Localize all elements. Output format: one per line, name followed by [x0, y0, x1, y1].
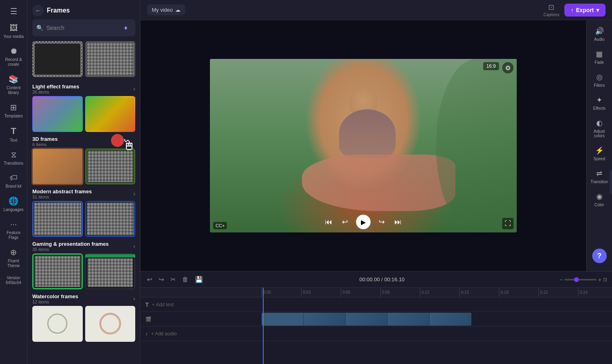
watercolor-count: 12 items	[32, 299, 78, 304]
light-frame-thumb-2[interactable]	[85, 96, 136, 132]
right-item-adjust-colors[interactable]: ◐ Adjustcolors	[588, 115, 611, 141]
light-frame-thumb-1[interactable]	[32, 96, 83, 132]
sidebar-item-transitions[interactable]: ⧖ Transitions	[2, 147, 26, 169]
settings-button[interactable]: ⚙	[502, 62, 513, 73]
preview-thumb-2[interactable]	[85, 41, 136, 77]
sidebar-item-templates[interactable]: ⊞ Templates	[2, 99, 26, 122]
zoom-slider[interactable]	[564, 279, 597, 280]
frames-panel: ← Frames 🔍 ♦ Light effect frames 26 item…	[27, 0, 140, 364]
fluent-theme-icon: ⊕	[10, 247, 17, 257]
redo-button[interactable]: ↪	[157, 274, 166, 285]
media-icon: 🖼	[10, 23, 18, 33]
project-tab[interactable]: My video ☁	[147, 4, 185, 15]
right-item-effects[interactable]: ✦ Effects	[588, 92, 611, 114]
text-track-content	[262, 297, 612, 312]
panel-title: Frames	[47, 7, 70, 14]
video-frame: CC+ ⚙ 16:9 ⛶ ⏮ ↩ ▶ ↪ ⏭	[210, 59, 517, 232]
right-item-transition[interactable]: ⇌ Transition	[588, 166, 611, 187]
fade-icon: ▦	[596, 50, 603, 59]
skip-back-button[interactable]: ⏮	[323, 216, 334, 228]
fluent-theme-label: FluentTheme	[7, 259, 20, 268]
cut-button[interactable]: ✂	[169, 274, 177, 285]
diamond-filter-button[interactable]: ♦	[120, 22, 131, 34]
time-current: 00:00.00	[359, 276, 380, 282]
transition-icon: ⇌	[596, 169, 602, 178]
search-input[interactable]	[46, 25, 117, 31]
preview-thumb-1[interactable]	[32, 41, 83, 77]
sidebar-item-languages[interactable]: 🌐 Languages	[2, 193, 26, 215]
panel-header: ← Frames	[27, 0, 140, 19]
cursor-hand: 🖱	[122, 137, 136, 154]
filters-label: Filters	[594, 83, 605, 88]
tick-24: 0:24	[578, 288, 612, 297]
audio-icon: 🔊	[595, 27, 604, 36]
add-text-button[interactable]: + Add text	[152, 302, 174, 308]
sidebar-item-brand-kit[interactable]: 🏷 Brand kit	[2, 170, 26, 192]
3d-frame-thumb-2[interactable]	[85, 149, 136, 184]
scarf	[302, 155, 455, 211]
gaming-count: 35 items	[32, 247, 109, 252]
fit-button[interactable]: ⊡	[603, 277, 607, 282]
section-3d-header[interactable]: 3D frames 6 items 🖱	[27, 133, 140, 149]
save-button[interactable]: 💾	[193, 274, 205, 285]
section-modern-abstract-header[interactable]: Modern abstract frames 31 items ›	[27, 185, 140, 201]
watercolor-thumb-1[interactable]	[32, 306, 83, 342]
help-label: ?	[597, 252, 602, 260]
right-item-speed[interactable]: ⚡ Speed	[588, 143, 611, 164]
speed-label: Speed	[593, 157, 605, 161]
section-gaming-header[interactable]: Gaming & presentation frames 35 items ›	[27, 238, 140, 253]
cc-button[interactable]: CC+	[213, 222, 227, 229]
section-modern-abstract-frames: Modern abstract frames 31 items ›	[27, 185, 140, 237]
sidebar-item-feature-flags[interactable]: ··· FeatureFlags	[2, 216, 26, 243]
section-light-effect-header[interactable]: Light effect frames 26 items ›	[27, 80, 140, 96]
fade-label: Fade	[595, 60, 604, 65]
filters-icon: ◎	[596, 73, 603, 82]
sidebar-item-your-media[interactable]: 🖼 Your media	[2, 20, 26, 42]
right-item-filters[interactable]: ◎ Filters	[588, 69, 611, 91]
modern-abstract-thumb-2[interactable]	[85, 201, 136, 237]
add-audio-button[interactable]: + Add audio	[151, 331, 177, 337]
feature-flags-label: FeatureFlags	[6, 230, 20, 240]
3d-frame-thumb-1[interactable]	[32, 149, 83, 184]
watercolor-thumb-2[interactable]	[85, 306, 136, 342]
feature-flags-icon: ···	[10, 220, 17, 229]
help-button[interactable]: ?	[592, 249, 607, 263]
aspect-ratio-button[interactable]: 16:9	[483, 62, 499, 70]
export-label: Export	[576, 7, 594, 13]
3d-frames-grid	[27, 149, 140, 184]
transitions-icon: ⧖	[11, 150, 17, 159]
time-separator: /	[381, 276, 384, 282]
skip-forward-button[interactable]: ⏭	[393, 216, 403, 228]
gaming-thumb-2[interactable]	[85, 253, 136, 289]
modern-abstract-thumb-1[interactable]	[32, 201, 83, 237]
sidebar-item-text[interactable]: T Text	[2, 123, 26, 146]
rewind-button[interactable]: ↩	[340, 216, 350, 228]
zoom-out-button[interactable]: −	[560, 276, 563, 283]
panel-scroll-area[interactable]: Light effect frames 26 items › 3D frames…	[27, 40, 140, 364]
right-item-color[interactable]: ◉ Color	[588, 189, 611, 210]
right-item-fade[interactable]: ▦ Fade	[588, 46, 611, 68]
sidebar-item-hamburger[interactable]: ☰	[2, 3, 26, 19]
right-item-audio[interactable]: 🔊 Audio	[588, 23, 611, 45]
back-button[interactable]: ←	[32, 5, 44, 16]
zoom-in-button[interactable]: +	[598, 276, 602, 283]
watercolor-chevron: ›	[133, 295, 135, 302]
clip-frame-2	[304, 313, 346, 326]
play-button[interactable]: ▶	[356, 215, 371, 229]
text-track-label: T + Add text	[140, 301, 262, 308]
sidebar-item-content-library[interactable]: 📚 Contentlibrary	[2, 71, 26, 98]
sidebar-item-record-create[interactable]: ⏺ Record &create	[2, 43, 26, 70]
video-clip[interactable]	[262, 313, 472, 326]
tick-9: 0:09	[380, 288, 420, 297]
fullscreen-button[interactable]: ⛶	[502, 218, 513, 229]
gaming-thumb-1[interactable]	[32, 253, 83, 289]
delete-button[interactable]: 🗑	[180, 274, 190, 285]
forward-button[interactable]: ↪	[377, 216, 386, 228]
sidebar-item-fluent-theme[interactable]: ⊕ FluentTheme	[2, 244, 26, 272]
3d-frames-title: 3D frames	[32, 136, 58, 142]
section-watercolor-header[interactable]: Watercolor frames 12 items ›	[27, 290, 140, 306]
export-button[interactable]: ↑ Export ▾	[564, 4, 606, 17]
transition-label: Transition	[591, 180, 608, 184]
undo-button[interactable]: ↩	[145, 274, 154, 285]
captions-button[interactable]: ⊡ Captions	[543, 3, 559, 17]
